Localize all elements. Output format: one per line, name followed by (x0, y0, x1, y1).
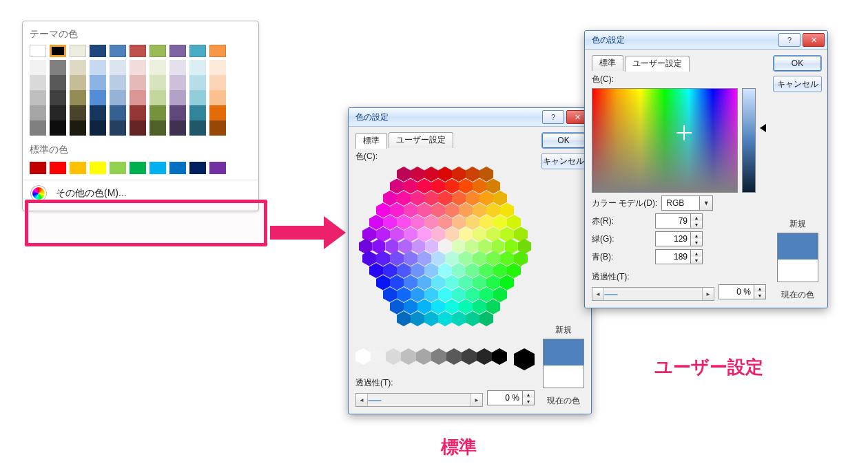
tint-swatch[interactable] (130, 105, 146, 120)
tint-swatch[interactable] (209, 120, 226, 136)
hex-swatch[interactable] (466, 311, 479, 326)
tint-swatch[interactable] (189, 90, 206, 105)
tint-swatch[interactable] (70, 90, 86, 105)
grayscale-swatch[interactable] (371, 348, 386, 365)
transparency-input[interactable] (488, 391, 522, 405)
tint-swatch[interactable] (169, 120, 186, 136)
tint-swatch[interactable] (50, 90, 66, 105)
more-colors-row[interactable]: その他の色(M)... (23, 180, 258, 208)
theme-swatch[interactable] (70, 45, 86, 57)
scroll-thumb[interactable] (368, 400, 382, 401)
transparency-spin[interactable]: ▲▼ (719, 284, 766, 299)
tint-swatch[interactable] (70, 105, 86, 120)
hex-swatch[interactable] (411, 311, 424, 326)
tint-swatch[interactable] (70, 120, 86, 136)
gradient-picker[interactable] (592, 88, 738, 193)
tint-swatch[interactable] (30, 75, 46, 90)
scroll-left-icon[interactable]: ◄ (356, 394, 368, 406)
standard-swatch[interactable] (149, 162, 166, 174)
theme-swatch[interactable] (30, 45, 46, 57)
theme-swatch[interactable] (169, 45, 186, 57)
tint-swatch[interactable] (110, 75, 126, 90)
tint-swatch[interactable] (189, 60, 206, 75)
scroll-right-icon[interactable]: ► (702, 288, 714, 300)
hex-swatch[interactable] (452, 311, 466, 326)
color-model-combo[interactable]: RGB ▼ (661, 195, 713, 211)
luminance-bar[interactable] (742, 88, 756, 193)
tint-swatch[interactable] (169, 90, 186, 105)
tint-swatch[interactable] (209, 105, 226, 120)
tint-swatch[interactable] (90, 60, 106, 75)
tint-swatch[interactable] (189, 120, 206, 136)
tint-swatch[interactable] (130, 120, 146, 136)
standard-swatch[interactable] (130, 162, 146, 174)
hex-swatch[interactable] (397, 311, 411, 326)
luminance-marker-icon[interactable] (760, 124, 766, 132)
green-input[interactable] (656, 232, 690, 246)
spin-down-icon[interactable]: ▼ (523, 398, 534, 405)
theme-swatch[interactable] (110, 45, 126, 57)
spin-down-icon[interactable]: ▼ (691, 257, 702, 264)
green-spin[interactable]: ▲▼ (655, 231, 703, 246)
tint-swatch[interactable] (110, 105, 126, 120)
spin-up-icon[interactable]: ▲ (691, 232, 702, 239)
theme-swatch[interactable] (149, 45, 166, 57)
tint-swatch[interactable] (169, 60, 186, 75)
standard-swatch[interactable] (90, 162, 106, 174)
cancel-button[interactable]: キャンセル (773, 76, 822, 92)
tint-swatch[interactable] (189, 75, 206, 90)
tint-swatch[interactable] (90, 90, 106, 105)
tint-swatch[interactable] (149, 75, 166, 90)
grayscale-swatch[interactable] (446, 348, 462, 365)
grayscale-swatch[interactable] (431, 348, 446, 365)
tint-swatch[interactable] (209, 90, 226, 105)
grayscale-swatch[interactable] (416, 348, 431, 365)
standard-swatch[interactable] (50, 162, 66, 174)
spin-down-icon[interactable]: ▼ (691, 239, 702, 246)
tint-swatch[interactable] (169, 105, 186, 120)
tint-swatch[interactable] (90, 105, 106, 120)
ok-button[interactable]: OK (773, 55, 822, 72)
hex-swatch[interactable] (438, 311, 452, 326)
blue-input[interactable] (656, 250, 690, 264)
standard-swatch[interactable] (209, 162, 226, 174)
tint-swatch[interactable] (130, 60, 146, 75)
help-button[interactable]: ? (778, 33, 800, 47)
standard-swatch[interactable] (169, 162, 186, 174)
tint-swatch[interactable] (70, 75, 86, 90)
tab-custom[interactable]: ユーザー設定 (625, 56, 690, 72)
tint-swatch[interactable] (90, 75, 106, 90)
tint-swatch[interactable] (50, 105, 66, 120)
tab-standard[interactable]: 標準 (592, 55, 623, 71)
hex-color-picker[interactable] (359, 167, 531, 339)
tint-swatch[interactable] (70, 60, 86, 75)
tab-custom[interactable]: ユーザー設定 (389, 132, 453, 148)
transparency-slider[interactable]: ◄ ► (592, 287, 714, 301)
hex-swatch[interactable] (424, 311, 438, 326)
standard-swatch[interactable] (189, 162, 206, 174)
scroll-right-icon[interactable]: ► (471, 394, 482, 406)
spin-down-icon[interactable]: ▼ (754, 292, 765, 299)
theme-swatch[interactable] (50, 45, 66, 57)
tint-swatch[interactable] (189, 105, 206, 120)
transparency-slider[interactable]: ◄ ► (355, 393, 483, 407)
standard-swatch[interactable] (110, 162, 126, 174)
blue-spin[interactable]: ▲▼ (655, 249, 703, 264)
tint-swatch[interactable] (110, 120, 126, 136)
tint-swatch[interactable] (209, 75, 226, 90)
grayscale-swatch[interactable] (355, 348, 371, 365)
tint-swatch[interactable] (30, 120, 46, 136)
spin-up-icon[interactable]: ▲ (523, 391, 534, 398)
help-button[interactable]: ? (542, 110, 564, 124)
standard-swatch[interactable] (70, 162, 86, 174)
scroll-left-icon[interactable]: ◄ (592, 288, 604, 300)
chevron-down-icon[interactable]: ▼ (699, 196, 712, 210)
theme-swatch[interactable] (189, 45, 206, 57)
grayscale-swatch[interactable] (462, 348, 477, 365)
tint-swatch[interactable] (30, 60, 46, 75)
grayscale-swatch[interactable] (401, 348, 416, 365)
tint-swatch[interactable] (149, 90, 166, 105)
grayscale-swatch[interactable] (386, 348, 401, 365)
standard-swatch[interactable] (30, 162, 46, 174)
tint-swatch[interactable] (50, 60, 66, 75)
